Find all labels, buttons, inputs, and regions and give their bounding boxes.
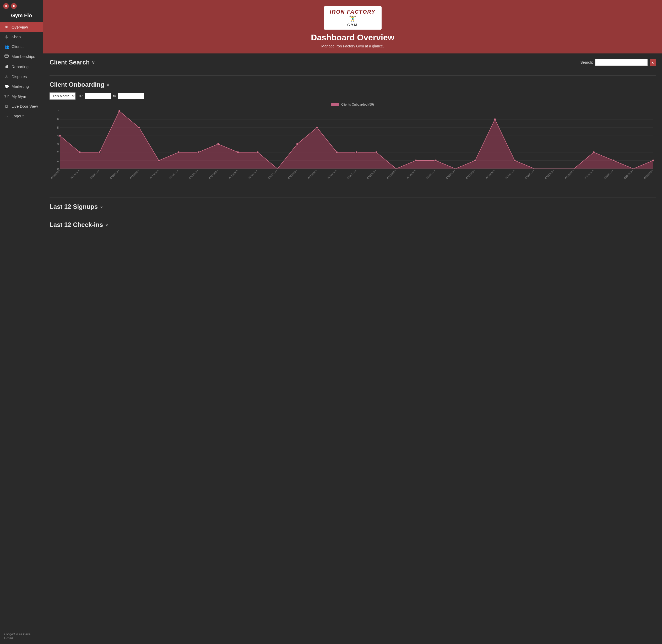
svg-point-44	[474, 160, 476, 162]
disputes-icon: ⚠	[4, 75, 9, 79]
svg-text:07/11/2024: 07/11/2024	[149, 169, 159, 180]
sidebar-item-overview[interactable]: 👁 Overview	[0, 22, 43, 32]
svg-text:7: 7	[57, 110, 59, 113]
sidebar-item-memberships[interactable]: Memberships	[0, 51, 43, 62]
date-from-input[interactable]	[85, 93, 111, 99]
sidebar-label-mygym: My Gym	[12, 94, 26, 98]
sidebar-label-clients: Clients	[12, 44, 24, 49]
sidebar-label-overview: Overview	[12, 25, 28, 29]
gym-logo-title: IRON FACTORY	[330, 9, 375, 15]
period-select[interactable]: This Month Last Month This Year Custom	[49, 92, 75, 99]
client-onboarding-label: Client Onboarding	[49, 81, 104, 88]
last12-signups-chevron[interactable]: ∨	[100, 204, 103, 209]
svg-point-48	[613, 160, 615, 162]
svg-text:2: 2	[57, 151, 59, 154]
svg-text:3: 3	[57, 142, 59, 146]
svg-point-37	[296, 143, 298, 145]
client-onboarding-section: Client Onboarding ∧ This Month Last Mont…	[49, 81, 656, 198]
client-onboarding-header: Client Onboarding ∧	[49, 81, 656, 88]
chart-legend: Clients Onboarded (59)	[49, 103, 656, 106]
svg-text:07/07/2024: 07/07/2024	[70, 169, 80, 180]
svg-text:07/23/2024: 07/23/2024	[386, 169, 396, 180]
barbell-icon: 🏋‍♂️	[349, 16, 356, 22]
sidebar-item-livedoor[interactable]: 🖥 Live Door View	[0, 101, 43, 111]
sidebar-item-reporting[interactable]: Reporting	[0, 62, 43, 72]
svg-rect-8	[4, 96, 5, 96]
sidebar-label-marketing: Marketing	[12, 84, 29, 89]
svg-text:07/10/2024: 07/10/2024	[129, 169, 139, 180]
svg-text:07/09/2024: 07/09/2024	[110, 169, 120, 180]
sidebar: 0 0 Gym Flo 👁 Overview $ Shop 👥 Clients …	[0, 0, 43, 644]
marketing-icon: 💬	[4, 84, 9, 89]
svg-text:07/18/2024: 07/18/2024	[288, 169, 298, 180]
shop-icon: $	[4, 35, 9, 39]
svg-text:07/22/2024: 07/22/2024	[366, 169, 376, 180]
main-content: IRON FACTORY 🏋‍♂️ GYM Dashboard Overview…	[43, 0, 662, 644]
or-label: OR	[77, 94, 83, 98]
svg-rect-2	[5, 66, 5, 68]
svg-text:08/03/2024: 08/03/2024	[604, 169, 614, 180]
chart-area: 0123456707/06/202407/07/202407/08/202407…	[49, 109, 656, 192]
date-to-input[interactable]	[118, 93, 144, 99]
svg-rect-7	[5, 96, 7, 96]
sidebar-item-logout[interactable]: → Logout	[0, 111, 43, 121]
svg-text:08/02/2024: 08/02/2024	[584, 169, 594, 180]
svg-text:07/19/2024: 07/19/2024	[307, 169, 317, 180]
livedoor-icon: 🖥	[4, 104, 9, 109]
client-search-header: Client Search ∨ Search: x	[49, 59, 656, 66]
logout-icon: →	[4, 114, 9, 118]
svg-text:07/26/2024: 07/26/2024	[446, 169, 456, 180]
svg-point-41	[375, 151, 378, 153]
svg-point-32	[178, 151, 180, 153]
svg-text:5: 5	[57, 126, 59, 129]
mygym-icon	[4, 94, 9, 99]
sidebar-label-logout: Logout	[12, 114, 24, 118]
svg-text:07/24/2024: 07/24/2024	[406, 169, 416, 180]
client-search-title: Client Search ∨	[49, 59, 95, 66]
last12-checkins-chevron[interactable]: ∨	[105, 223, 108, 227]
svg-text:07/20/2024: 07/20/2024	[327, 169, 337, 180]
svg-point-39	[336, 151, 338, 153]
svg-text:07/14/2024: 07/14/2024	[208, 169, 219, 180]
sidebar-item-mygym[interactable]: My Gym	[0, 91, 43, 101]
search-input[interactable]	[595, 59, 647, 66]
svg-text:6: 6	[57, 118, 59, 121]
svg-point-45	[494, 118, 496, 120]
last12-signups-title: Last 12 Signups ∨	[49, 203, 656, 210]
last12-signups-section: Last 12 Signups ∨	[49, 203, 656, 216]
svg-text:07/13/2024: 07/13/2024	[189, 169, 199, 180]
badge-1[interactable]: 0	[3, 3, 9, 9]
sidebar-item-disputes[interactable]: ⚠ Disputes	[0, 72, 43, 82]
svg-text:08/05/2024: 08/05/2024	[643, 169, 653, 180]
svg-point-34	[217, 143, 219, 145]
client-onboarding-title: Client Onboarding ∧	[49, 81, 110, 88]
sidebar-label-memberships: Memberships	[12, 54, 35, 59]
sidebar-item-marketing[interactable]: 💬 Marketing	[0, 82, 43, 91]
svg-point-46	[513, 160, 516, 162]
badge-2[interactable]: 0	[11, 3, 17, 9]
sidebar-label-shop: Shop	[12, 34, 21, 39]
to-label: to	[113, 94, 116, 98]
svg-point-38	[316, 127, 318, 129]
svg-text:07/06/2024: 07/06/2024	[50, 169, 60, 180]
sidebar-item-clients[interactable]: 👥 Clients	[0, 42, 43, 51]
svg-rect-0	[5, 55, 8, 58]
client-onboarding-chevron[interactable]: ∧	[107, 82, 110, 87]
svg-text:07/30/2024: 07/30/2024	[525, 169, 535, 180]
sidebar-item-shop[interactable]: $ Shop	[0, 32, 43, 42]
memberships-icon	[4, 54, 9, 59]
onboarding-chart-svg: 0123456707/06/202407/07/202407/08/202407…	[49, 109, 656, 192]
svg-text:07/29/2024: 07/29/2024	[505, 169, 515, 180]
dashboard-subtitle: Manage Iron Factory Gym at a glance.	[321, 44, 384, 48]
svg-text:07/25/2024: 07/25/2024	[426, 169, 436, 180]
logged-in-label: Logged in as Dave Gratta	[0, 628, 43, 644]
svg-text:08/01/2024: 08/01/2024	[564, 169, 574, 180]
svg-text:4: 4	[57, 134, 59, 137]
search-clear-button[interactable]: x	[650, 59, 656, 66]
clients-icon: 👥	[4, 45, 9, 49]
app-name: Gym Flo	[0, 11, 43, 22]
client-search-chevron[interactable]: ∨	[92, 60, 95, 65]
svg-text:07/27/2024: 07/27/2024	[465, 169, 476, 180]
svg-rect-4	[7, 65, 8, 68]
svg-text:07/17/2024: 07/17/2024	[268, 169, 278, 180]
